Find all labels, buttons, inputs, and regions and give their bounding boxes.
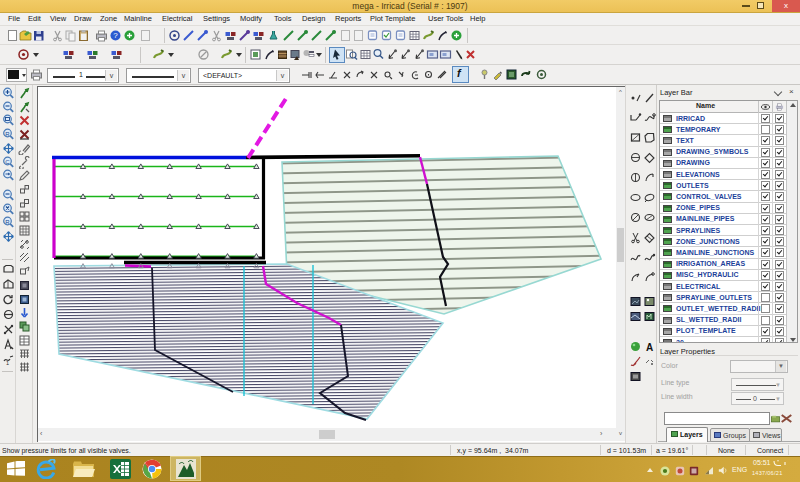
svg-text:A: A <box>646 342 653 353</box>
svg-text:R: R <box>5 131 10 137</box>
svg-text:R: R <box>5 219 10 225</box>
svg-text:1: 1 <box>6 360 9 366</box>
svg-text:C: C <box>5 158 10 164</box>
svg-text:?: ? <box>113 31 118 40</box>
